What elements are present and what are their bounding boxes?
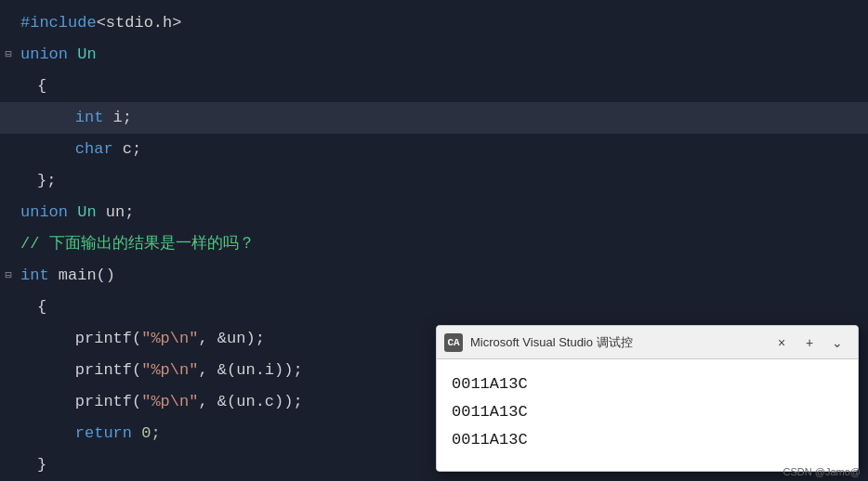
- code-content: {: [33, 292, 868, 322]
- token-kw-blue: #include: [20, 14, 97, 32]
- token-plain: c;: [113, 140, 142, 158]
- code-content: };: [33, 166, 868, 196]
- output-line-1: 0011A13C: [452, 370, 843, 398]
- token-num: 0;: [132, 424, 161, 442]
- code-line-3: {: [0, 71, 868, 102]
- code-content: // 下面输出的结果是一样的吗？: [17, 229, 868, 259]
- token-plain: [68, 46, 77, 63]
- token-comment: // 下面输出的结果是一样的吗？: [20, 235, 255, 253]
- token-string: "%p\n": [141, 330, 198, 347]
- code-content: int main(): [17, 261, 868, 291]
- token-string: "%p\n": [141, 393, 198, 410]
- code-line-10: {: [0, 292, 868, 323]
- terminal-body: 0011A13C0011A13C0011A13C: [437, 359, 858, 471]
- token-string: "%p\n": [141, 361, 198, 379]
- token-kw-blue: union: [20, 46, 68, 63]
- output-line-2: 0011A13C: [452, 398, 843, 426]
- token-kw-int: char: [37, 140, 113, 158]
- terminal-icon: CA: [444, 333, 463, 352]
- token-plain: printf(: [37, 330, 141, 347]
- token-plain: printf(: [37, 393, 141, 410]
- token-plain: , &(un.c));: [198, 393, 302, 410]
- terminal-controls: × + ⌄: [769, 330, 850, 356]
- token-type-cyan: Un: [77, 203, 96, 221]
- token-plain: }: [37, 456, 46, 474]
- code-line-1: #include<stdio.h>: [0, 7, 868, 39]
- token-plain: };: [37, 172, 56, 189]
- collapse-icon[interactable]: ⊟: [5, 40, 11, 70]
- token-plain: i;: [103, 109, 132, 126]
- code-line-7: union Un un;: [0, 197, 868, 228]
- token-kw-blue: union: [20, 203, 68, 221]
- watermark: CSDN @Jamo@: [783, 466, 861, 477]
- code-content: {: [33, 72, 868, 101]
- token-plain: , &(un.i));: [198, 361, 302, 379]
- terminal-close-button[interactable]: ×: [769, 330, 795, 356]
- line-gutter: ⊟: [0, 40, 17, 70]
- code-line-9: ⊟int main(): [0, 260, 868, 292]
- output-line-3: 0011A13C: [452, 426, 843, 454]
- token-kw-blue: return: [37, 424, 132, 442]
- code-content: int i;: [33, 103, 868, 133]
- token-plain: printf(: [37, 361, 141, 379]
- token-type-cyan: Un: [77, 46, 96, 63]
- token-plain: , &un);: [198, 330, 264, 347]
- line-gutter: ⊟: [0, 261, 17, 291]
- token-kw-int: int: [37, 109, 103, 126]
- terminal-overlay: CA Microsoft Visual Studio 调试控 × + ⌄ 001…: [436, 325, 859, 472]
- code-content: union Un: [17, 40, 868, 70]
- code-content: union Un un;: [17, 198, 868, 228]
- code-line-8: // 下面输出的结果是一样的吗？: [0, 228, 868, 260]
- terminal-title: Microsoft Visual Studio 调试控: [470, 334, 761, 351]
- code-line-6: };: [0, 165, 868, 197]
- code-content: #include<stdio.h>: [17, 8, 868, 38]
- token-plain: <stdio.h>: [97, 14, 182, 32]
- code-line-2: ⊟union Un: [0, 39, 868, 71]
- terminal-chevron-button[interactable]: ⌄: [824, 330, 850, 356]
- token-plain: {: [37, 77, 46, 95]
- token-kw-int: int: [20, 266, 49, 284]
- code-line-5: char c;: [0, 134, 868, 165]
- token-plain: un;: [97, 203, 135, 221]
- terminal-titlebar: CA Microsoft Visual Studio 调试控 × + ⌄: [437, 326, 858, 359]
- terminal-add-button[interactable]: +: [796, 330, 822, 356]
- code-line-4: int i;: [0, 102, 868, 134]
- token-plain: main(): [49, 266, 115, 284]
- token-plain: {: [37, 298, 46, 316]
- token-plain: [68, 203, 77, 221]
- collapse-icon[interactable]: ⊟: [5, 261, 11, 291]
- code-content: char c;: [33, 135, 868, 164]
